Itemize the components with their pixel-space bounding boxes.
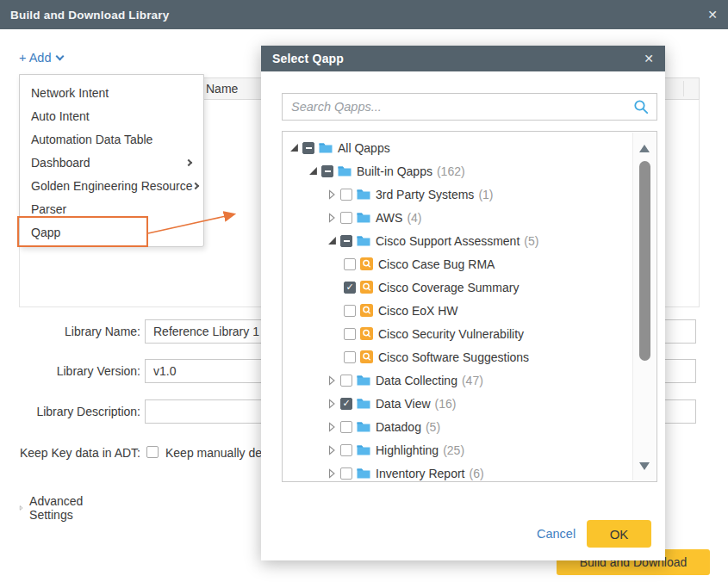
tree-item-cisco-coverage-summary[interactable]: ✓Cisco Coverage Summary [283,276,656,299]
tree-checkbox-unchecked[interactable] [344,258,356,270]
tree-item-label: All Qapps [338,141,390,155]
folder-icon [357,235,370,246]
tree-item-count: (16) [435,397,457,411]
expander-collapsed-icon[interactable] [325,374,339,387]
tree-item-cisco-support-assessment[interactable]: Cisco Support Assessment(5) [283,229,656,252]
tree-checkbox-unchecked[interactable] [340,444,352,456]
keep-key-label: Keep Key data in ADT: [0,446,140,460]
menu-item-label: Network Intent [31,86,191,100]
tree-item-3rd-party-systems[interactable]: 3rd Party Systems(1) [283,183,656,206]
menu-item-label: Qapp [31,226,191,239]
tree-checkbox-unchecked[interactable] [340,421,352,433]
tree-item-count: (5) [524,234,538,248]
tree-checkbox-indeterminate[interactable] [340,235,352,247]
qapp-icon [360,257,373,270]
chevron-down-icon [55,52,64,60]
menu-item-parser[interactable]: Parser [20,197,203,220]
tree-item-built-in-qapps[interactable]: Built-in Qapps(162) [283,159,656,183]
select-qapp-close-icon[interactable]: ✕ [644,53,654,65]
tree-checkbox-unchecked[interactable] [340,212,352,224]
qapp-search-box [282,93,657,121]
form-label: Library Description: [0,405,140,418]
qapp-icon [360,350,373,363]
expander-collapsed-icon[interactable] [325,443,339,457]
tree-item-count: (6) [470,467,484,480]
tree-item-cisco-eox-hw[interactable]: Cisco EoX HW [283,299,656,322]
tree-item-aws[interactable]: AWS(4) [283,206,656,229]
tree-checkbox-checked[interactable]: ✓ [340,398,352,410]
tree-checkbox-unchecked[interactable] [344,328,356,340]
tree-checkbox-checked[interactable]: ✓ [344,282,356,294]
folder-icon [319,142,333,153]
tree-item-label: Cisco Support Assessment [376,234,520,248]
tree-item-data-collecting[interactable]: Data Collecting(47) [283,368,656,392]
tree-checkbox-unchecked[interactable] [340,375,352,387]
advanced-settings-toggle[interactable]: Advanced Settings [19,494,86,522]
keep-key-checkbox[interactable] [146,446,159,458]
tree-item-datadog[interactable]: Datadog(5) [283,415,656,438]
main-close-icon[interactable]: ✕ [707,9,718,21]
tree-item-cisco-software-suggestions[interactable]: Cisco Software Suggestions [283,345,656,368]
scrollbar-thumb[interactable] [639,161,650,361]
folder-icon [357,444,370,455]
menu-item-golden-engineering-resource[interactable]: Golden Engineering Resource [20,174,203,197]
scroll-up-icon[interactable] [639,145,650,152]
tree-item-inventory-report[interactable]: Inventory Report(6) [283,461,656,482]
add-dropdown-trigger[interactable]: + Add [19,51,63,65]
expander-collapsed-icon[interactable] [325,211,339,225]
submenu-chevron-icon [185,158,192,165]
expander-expanded-icon[interactable] [306,164,320,178]
tree-item-count: (25) [443,443,464,457]
expander-expanded-icon[interactable] [287,141,301,155]
ok-button[interactable]: OK [587,520,651,548]
tree-item-label: Cisco Case Bug RMA [378,257,495,271]
tree-checkbox-unchecked[interactable] [340,189,352,201]
tree-checkbox-unchecked[interactable] [340,467,352,480]
tree-item-data-view[interactable]: ✓Data View(16) [283,392,656,415]
menu-item-label: Parser [31,202,191,216]
menu-item-network-intent[interactable]: Network Intent [20,81,203,104]
tree-checkbox-unchecked[interactable] [344,351,356,363]
tree-item-cisco-security-vulnerability[interactable]: Cisco Security Vulnerability [283,322,656,345]
menu-item-automation-data-table[interactable]: Automation Data Table [20,127,203,151]
folder-icon [357,398,370,409]
cancel-button[interactable]: Cancel [537,527,576,541]
tree-item-count: (47) [462,374,483,387]
expander-collapsed-icon[interactable] [325,397,339,411]
qapp-icon [360,304,373,317]
tree-item-label: Inventory Report [376,467,465,480]
main-dialog-title: Build and Download Library [10,9,169,22]
qapp-icon [360,281,373,294]
tree-item-label: Cisco Coverage Summary [378,281,519,294]
folder-icon [357,212,370,223]
folder-icon [338,165,352,176]
tree-item-label: 3rd Party Systems [376,188,474,201]
menu-item-dashboard[interactable]: Dashboard [20,151,203,174]
search-icon[interactable] [633,99,650,118]
expander-collapsed-icon[interactable] [325,420,339,434]
tree-item-highlighting[interactable]: Highlighting(25) [283,438,656,461]
tree-scrollbar[interactable] [632,133,656,480]
tree-item-label: Cisco Software Suggestions [378,350,529,364]
tree-item-all-qapps[interactable]: All Qapps [283,136,656,159]
scroll-down-icon[interactable] [639,462,650,470]
advanced-settings-label: Advanced Settings [29,494,86,522]
tree-item-label: AWS [376,211,402,225]
tree-checkbox-unchecked[interactable] [344,305,356,317]
qapp-icon [360,327,373,340]
form-label: Library Name: [0,325,140,338]
expander-expanded-icon[interactable] [325,234,339,248]
expander-collapsed-icon[interactable] [325,467,339,480]
tree-item-cisco-case-bug-rma[interactable]: Cisco Case Bug RMA [283,252,656,276]
expander-collapsed-icon[interactable] [325,188,339,201]
menu-item-label: Auto Intent [31,109,191,123]
menu-item-auto-intent[interactable]: Auto Intent [20,104,203,127]
collapsed-triangle-icon [19,503,23,513]
menu-item-label: Golden Engineering Resource [31,179,193,193]
tree-checkbox-indeterminate[interactable] [321,165,333,177]
folder-icon [357,467,370,479]
qapp-search-input[interactable] [283,94,656,120]
tree-checkbox-indeterminate[interactable] [302,142,314,154]
menu-item-qapp[interactable]: Qapp [20,220,203,244]
tree-item-label: Data Collecting [376,374,457,387]
